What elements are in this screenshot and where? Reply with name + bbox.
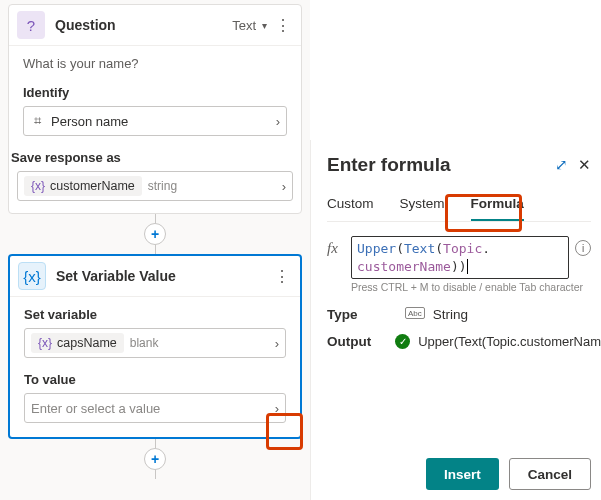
variable-name: capsName [57, 336, 117, 350]
add-node-button[interactable]: + [144, 448, 166, 470]
identify-label: Identify [23, 85, 287, 100]
question-type-label[interactable]: Text [232, 18, 256, 33]
type-label: Type [327, 307, 381, 322]
variable-icon: {x} [38, 336, 52, 350]
variable-icon: {x} [31, 179, 45, 193]
to-value-field[interactable]: Enter or select a value › [24, 393, 286, 423]
fx-label: fx [327, 236, 345, 257]
set-variable-card: {x} Set Variable Value ⋮ Set variable {x… [8, 254, 302, 439]
chevron-right-icon[interactable]: › [282, 179, 286, 194]
type-value: String [433, 307, 468, 322]
connector: + [8, 214, 302, 254]
variable-type: blank [130, 336, 159, 350]
to-value-placeholder: Enter or select a value [31, 401, 160, 416]
info-icon[interactable]: i [575, 240, 591, 256]
expand-icon[interactable]: ⤢ [555, 156, 568, 174]
close-icon[interactable]: ✕ [578, 156, 591, 174]
question-prompt: What is your name? [23, 56, 287, 71]
output-value: Upper(Text(Topic.customerName)) [418, 334, 601, 351]
tab-formula[interactable]: Formula [471, 196, 524, 221]
question-card-header: ? Question Text ▾ ⋮ [9, 5, 301, 46]
tab-system[interactable]: System [400, 196, 445, 221]
chevron-right-icon[interactable]: › [275, 401, 279, 416]
identify-field[interactable]: ⌗ Person name › [23, 106, 287, 136]
chevron-down-icon[interactable]: ▾ [262, 20, 267, 31]
variable-type: string [148, 179, 177, 193]
save-response-field[interactable]: {x} customerName string › [17, 171, 293, 201]
variable-chip[interactable]: {x} customerName [24, 176, 142, 196]
question-card: ? Question Text ▾ ⋮ What is your name? I… [8, 4, 302, 214]
formula-hint: Press CTRL + M to disable / enable Tab c… [351, 281, 591, 293]
cancel-button[interactable]: Cancel [509, 458, 591, 490]
tab-custom[interactable]: Custom [327, 196, 374, 221]
save-response-label: Save response as [11, 150, 293, 165]
chevron-right-icon[interactable]: › [275, 336, 279, 351]
variable-icon: {x} [18, 262, 46, 290]
question-icon: ? [17, 11, 45, 39]
variable-name: customerName [50, 179, 135, 193]
to-value-label: To value [24, 372, 286, 387]
formula-panel: Enter formula ⤢ ✕ Custom System Formula … [310, 140, 601, 500]
string-type-icon: Abc [405, 307, 425, 319]
panel-title: Enter formula [327, 154, 451, 176]
variable-chip[interactable]: {x} capsName [31, 333, 124, 353]
entity-icon: ⌗ [30, 114, 45, 129]
identify-value: Person name [51, 114, 128, 129]
card-title: Question [55, 17, 232, 33]
more-icon[interactable]: ⋮ [272, 267, 292, 286]
insert-button[interactable]: Insert [426, 458, 499, 490]
connector: + [8, 439, 302, 479]
chevron-right-icon[interactable]: › [276, 114, 280, 129]
output-label: Output [327, 334, 371, 349]
panel-tabs: Custom System Formula [327, 190, 591, 222]
more-icon[interactable]: ⋮ [273, 16, 293, 35]
check-icon: ✓ [395, 334, 410, 349]
formula-input[interactable]: Upper(Text(Topic.customerName)) [351, 236, 569, 279]
setvar-card-header: {x} Set Variable Value ⋮ [10, 256, 300, 297]
set-variable-label: Set variable [24, 307, 286, 322]
card-title: Set Variable Value [56, 268, 272, 284]
set-variable-field[interactable]: {x} capsName blank › [24, 328, 286, 358]
add-node-button[interactable]: + [144, 223, 166, 245]
